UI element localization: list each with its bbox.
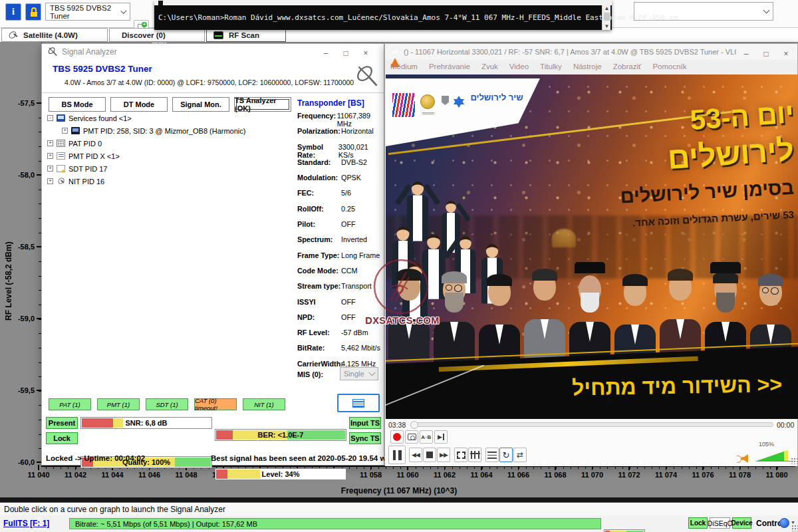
tree-expander-icon[interactable]: - bbox=[47, 115, 53, 121]
vlc-menu-item[interactable]: Titulky bbox=[540, 63, 562, 70]
vlc-menu-item[interactable]: Médium bbox=[390, 63, 418, 70]
sa-mode-tab[interactable]: TS Analyzer (OK) bbox=[234, 97, 291, 112]
singer-portrait bbox=[569, 262, 610, 362]
transponder-row: Polarization: Horizontal bbox=[297, 127, 382, 142]
scroll-down-icon[interactable]: ▼ bbox=[602, 23, 611, 30]
sa-titlebar[interactable]: Signal Analyzer –□× bbox=[42, 44, 384, 59]
vlc-menu-item[interactable]: Prehrávanie bbox=[429, 63, 470, 70]
tree-item[interactable]: - Services found <1> bbox=[47, 112, 295, 124]
sa-tabs: BS ModeDT ModeSignal Mon.TS Analyzer (OK… bbox=[49, 97, 291, 112]
volume-slider[interactable] bbox=[755, 448, 793, 462]
x-tick: 11 042 bbox=[61, 471, 90, 481]
ts-list-button[interactable] bbox=[337, 394, 380, 412]
x-tick: 11 074 bbox=[652, 471, 681, 481]
tree-expander-icon[interactable]: + bbox=[62, 128, 68, 134]
console-titlebar[interactable] bbox=[154, 0, 612, 5]
control-icon[interactable] bbox=[779, 518, 789, 528]
main-tab[interactable]: Discover (0) bbox=[109, 28, 205, 42]
tree-expander-icon[interactable]: + bbox=[47, 140, 53, 146]
diseqc-button[interactable]: DiSEqC bbox=[710, 517, 730, 529]
elapsed-time: 03:38 bbox=[388, 421, 406, 429]
tree-item-icon bbox=[57, 165, 65, 172]
device-button[interactable]: Device bbox=[732, 517, 751, 529]
transponder-row: Code Mode: CCM bbox=[297, 267, 382, 282]
mis-select[interactable]: Single bbox=[340, 367, 378, 380]
vlc-menu-item[interactable]: Video bbox=[509, 63, 529, 70]
sa-mode-tab[interactable]: Signal Mon. bbox=[172, 97, 229, 112]
minimize-icon[interactable]: – bbox=[316, 49, 336, 58]
frame-step-button[interactable]: ▶ bbox=[434, 430, 448, 444]
y-tick: -58,5 bbox=[0, 242, 41, 251]
pid-status-button[interactable]: PMT (1) bbox=[97, 398, 140, 410]
vlc-titlebar[interactable]: () - 11067 Horizontal 3300,021 / RF: -57… bbox=[385, 44, 797, 60]
sa-mode-tab[interactable]: BS Mode bbox=[49, 97, 106, 112]
vlc-menu-item[interactable]: Zvuk bbox=[481, 63, 498, 70]
settings-button[interactable] bbox=[468, 448, 481, 462]
record-icon bbox=[393, 433, 401, 441]
tree-item[interactable]: + PMT PID: 258, SID: 3 @ Mizmor_OB8 (Har… bbox=[62, 124, 295, 137]
tree-expander-icon[interactable]: + bbox=[47, 178, 53, 184]
scroll-up-icon[interactable]: ▲ bbox=[602, 5, 611, 12]
video-display[interactable]: שיר לירושלים יום ה-53 לירושלים בסימן שיר… bbox=[386, 74, 798, 419]
tree-expander-icon[interactable]: + bbox=[47, 153, 53, 159]
vlc-menu-item[interactable]: Zobraziť bbox=[613, 63, 642, 70]
scroll-thumb[interactable] bbox=[604, 13, 610, 21]
minimize-icon[interactable]: – bbox=[736, 49, 756, 59]
previous-icon: ◀◀ bbox=[412, 452, 420, 458]
tree-item[interactable]: + PMT PID X <1> bbox=[47, 150, 295, 162]
console-scrollbar[interactable]: ▲ ▼ bbox=[602, 5, 610, 30]
stop-button[interactable] bbox=[423, 448, 436, 462]
stop-icon bbox=[426, 452, 433, 458]
playlist-button[interactable] bbox=[485, 448, 499, 462]
pause-button[interactable] bbox=[388, 446, 406, 464]
close-icon[interactable]: × bbox=[776, 49, 796, 59]
previous-button[interactable]: ◀◀ bbox=[409, 448, 422, 462]
snapshot-button[interactable] bbox=[405, 430, 418, 444]
record-button[interactable] bbox=[390, 430, 404, 444]
fullts-link[interactable]: FullTS [F: 1] bbox=[3, 519, 49, 528]
next-button[interactable]: ▶▶ bbox=[437, 448, 450, 462]
main-tab[interactable]: RF Scan bbox=[206, 28, 286, 42]
plus-icon: + bbox=[142, 22, 147, 27]
caret-down-icon[interactable]: ▼ bbox=[791, 520, 795, 525]
ab-loop-button[interactable]: A·B bbox=[420, 430, 433, 444]
tuner-select-dropdown[interactable]: TBS 5925 DVBS2 Tuner bbox=[45, 3, 130, 21]
vlc-menu-item[interactable]: Pomocník bbox=[652, 63, 686, 70]
tree-item[interactable]: + NIT PID 16 bbox=[47, 175, 295, 188]
lock-status-button[interactable]: Lock bbox=[688, 517, 708, 529]
loop-button[interactable]: ↻ bbox=[499, 448, 513, 462]
lock-button[interactable] bbox=[25, 3, 41, 21]
window-resize-grip[interactable] bbox=[791, 525, 798, 531]
tree-item-icon bbox=[57, 178, 65, 185]
tree-item[interactable]: + SDT PID 17 bbox=[47, 162, 295, 175]
close-icon[interactable]: × bbox=[356, 49, 376, 58]
tree-item[interactable]: + PAT PID 0 bbox=[47, 137, 295, 150]
pid-status-button[interactable]: SDT (1) bbox=[146, 398, 188, 410]
main-tab[interactable]: Satellite (4.0W) bbox=[1, 28, 108, 42]
maximize-icon[interactable]: □ bbox=[336, 49, 356, 58]
maximize-icon[interactable]: □ bbox=[756, 49, 776, 59]
pid-status-button[interactable]: PAT (1) bbox=[49, 398, 91, 410]
y-tick: -58,0 bbox=[0, 170, 41, 180]
sa-mode-tab[interactable]: DT Mode bbox=[110, 97, 168, 112]
tree-expander-icon[interactable]: + bbox=[47, 166, 53, 172]
transponder-row: Spectrum: Inverted bbox=[297, 235, 382, 251]
vlc-window: () - 11067 Horizontal 3300,021 / RF: -57… bbox=[384, 43, 798, 466]
transponder-table: Frequency: 11067,389 MHz Polarization: H… bbox=[297, 112, 382, 375]
info-button[interactable]: i bbox=[5, 3, 21, 21]
chart-x-axis-label: Frequency (11 067 MHz) (10^3) bbox=[0, 486, 798, 495]
shuffle-button[interactable]: ⇄ bbox=[513, 448, 527, 462]
x-tick: 11 076 bbox=[688, 471, 718, 481]
command-prompt-window[interactable]: C:\Users\Roman>Roman Dávid_www.dxsatcs.c… bbox=[154, 0, 612, 30]
vlc-menu-item[interactable]: Nástroje bbox=[573, 63, 602, 70]
vlc-controls: 03:38 00:00 A·B ▶ ◀◀ ▶▶ ↻ ⇄ 105% bbox=[385, 419, 797, 466]
seek-slider[interactable] bbox=[410, 422, 773, 427]
pid-status-button[interactable]: CAT (0) timeout! bbox=[194, 398, 237, 410]
fullscreen-button[interactable] bbox=[454, 448, 467, 462]
volume-percent: 105% bbox=[759, 441, 774, 448]
resize-grip[interactable] bbox=[791, 458, 797, 464]
signal-analyzer-window: Signal Analyzer –□× TBS 5925 DVBS2 Tuner… bbox=[41, 43, 384, 466]
snr-bar: SNR: 6,8 dB bbox=[80, 417, 212, 429]
pid-status-button[interactable]: NIT (1) bbox=[243, 398, 285, 410]
pause-icon bbox=[393, 450, 402, 460]
